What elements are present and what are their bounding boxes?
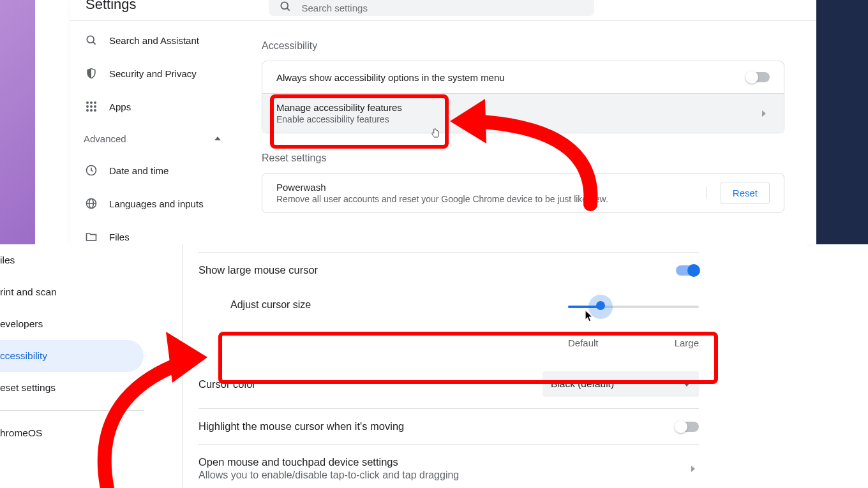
divider bbox=[0, 410, 144, 411]
svg-line-1 bbox=[287, 8, 289, 11]
sidebar-item-developers[interactable]: evelopers bbox=[0, 308, 144, 340]
accessibility-section-title: Accessibility bbox=[262, 40, 784, 52]
always-show-accessibility-row[interactable]: Always show accessibility options in the… bbox=[262, 61, 784, 93]
sidebar-item-label: Security and Privacy bbox=[109, 68, 197, 79]
search-icon bbox=[85, 34, 98, 47]
chevron-down-icon bbox=[683, 382, 691, 387]
sidebar-item-security-privacy[interactable]: Security and Privacy bbox=[79, 59, 232, 87]
svg-point-11 bbox=[90, 109, 93, 112]
slider-min-label: Default bbox=[568, 337, 599, 348]
clock-icon bbox=[85, 164, 98, 177]
sidebar-item-label: eset settings bbox=[0, 382, 56, 394]
cursor-color-select[interactable]: Black (default) bbox=[542, 371, 699, 397]
row-title: Manage accessibility features bbox=[276, 102, 402, 113]
page-title: Settings bbox=[86, 0, 137, 13]
sidebar-item-label: Date and time bbox=[109, 165, 168, 176]
manage-accessibility-row[interactable]: Manage accessibility features Enable acc… bbox=[262, 93, 784, 133]
sidebar-item-label: rint and scan bbox=[0, 286, 57, 298]
highlight-cursor-toggle[interactable] bbox=[676, 422, 699, 432]
cursor-color-value: Black (default) bbox=[551, 378, 614, 390]
settings-content: Accessibility Always show accessibility … bbox=[241, 21, 816, 256]
sidebar-item-date-time[interactable]: Date and time bbox=[79, 156, 232, 184]
search-input[interactable] bbox=[302, 3, 584, 13]
sidebar-item-apps[interactable]: Apps bbox=[79, 92, 232, 121]
svg-line-3 bbox=[93, 42, 96, 45]
shield-icon bbox=[85, 67, 98, 80]
show-large-cursor-row[interactable]: Show large mouse cursor bbox=[198, 252, 699, 288]
sidebar-item-label: Search and Assistant bbox=[109, 35, 199, 46]
svg-point-10 bbox=[86, 109, 89, 112]
arrow-cursor-icon bbox=[585, 310, 594, 323]
settings-sidebar: Search and Assistant Security and Privac… bbox=[70, 21, 241, 256]
row-label: Show large mouse cursor bbox=[198, 264, 318, 276]
globe-icon bbox=[85, 197, 98, 210]
chevron-right-icon bbox=[691, 466, 695, 472]
sidebar-item-languages-inputs[interactable]: Languages and inputs bbox=[79, 189, 232, 218]
sidebar-item-chromeos[interactable]: hromeOS bbox=[0, 417, 144, 449]
row-title: Open mouse and touchpad device settings bbox=[198, 456, 459, 468]
svg-point-4 bbox=[86, 101, 89, 104]
settings-header: Settings bbox=[70, 0, 816, 21]
powerwash-subtitle: Remove all user accounts and reset your … bbox=[276, 194, 608, 204]
row-label: Always show accessibility options in the… bbox=[276, 72, 505, 83]
mouse-settings-content: Show large mouse cursor Adjust cursor si… bbox=[182, 244, 715, 488]
svg-point-0 bbox=[281, 2, 288, 9]
apps-grid-icon bbox=[85, 100, 98, 113]
sidebar-item-accessibility[interactable]: ccessibility bbox=[0, 340, 144, 372]
chevron-right-icon bbox=[762, 110, 766, 117]
advanced-header[interactable]: Advanced bbox=[79, 126, 232, 151]
sidebar-item-label: ccessibility bbox=[0, 350, 47, 362]
reset-button[interactable]: Reset bbox=[721, 182, 770, 204]
slider-max-label: Large bbox=[675, 337, 699, 348]
svg-point-8 bbox=[90, 105, 93, 108]
search-settings-box[interactable] bbox=[269, 0, 594, 16]
svg-point-2 bbox=[87, 36, 94, 43]
reset-section-title: Reset settings bbox=[262, 152, 784, 164]
sidebar-item-reset-settings[interactable]: eset settings bbox=[0, 372, 144, 404]
sidebar-item-label: Languages and inputs bbox=[109, 198, 204, 209]
row-label: Highlight the mouse cursor when it's mov… bbox=[198, 420, 404, 433]
cursor-color-label: Cursor color bbox=[198, 378, 256, 390]
svg-point-6 bbox=[94, 101, 96, 104]
svg-point-12 bbox=[94, 109, 96, 112]
sidebar-item-search-assistant[interactable]: Search and Assistant bbox=[79, 26, 232, 54]
sidebar-item-files[interactable]: iles bbox=[0, 244, 144, 276]
svg-point-5 bbox=[90, 101, 93, 104]
mouse-touchpad-settings-row[interactable]: Open mouse and touchpad device settings … bbox=[198, 444, 699, 488]
sidebar-item-label: Files bbox=[109, 232, 130, 242]
accessibility-sidebar: iles rint and scan evelopers ccessibilit… bbox=[0, 244, 144, 449]
cursor-color-row: Cursor color Black (default) bbox=[198, 360, 699, 408]
accessibility-detail-panel: iles rint and scan evelopers ccessibilit… bbox=[0, 244, 807, 488]
chevron-up-icon bbox=[214, 137, 221, 140]
folder-icon bbox=[85, 230, 98, 243]
sidebar-item-label: hromeOS bbox=[0, 427, 42, 439]
settings-main-panel: Settings Search and Assistant Security a… bbox=[70, 0, 816, 244]
pointer-cursor-icon bbox=[430, 126, 441, 140]
row-subtitle: Allows you to enable/disable tap-to-clic… bbox=[198, 470, 459, 481]
advanced-label: Advanced bbox=[84, 133, 126, 144]
svg-point-9 bbox=[94, 105, 96, 108]
sidebar-item-label: evelopers bbox=[0, 318, 43, 330]
powerwash-row: Powerwash Remove all user accounts and r… bbox=[262, 174, 784, 212]
always-show-accessibility-toggle[interactable] bbox=[747, 72, 770, 82]
reset-card: Powerwash Remove all user accounts and r… bbox=[262, 173, 784, 213]
sidebar-item-label: iles bbox=[0, 255, 15, 266]
row-subtitle: Enable accessibility features bbox=[276, 114, 402, 124]
sidebar-item-label: Apps bbox=[109, 101, 131, 112]
highlight-cursor-row[interactable]: Highlight the mouse cursor when it's mov… bbox=[198, 408, 699, 444]
large-cursor-toggle[interactable] bbox=[676, 265, 699, 276]
sidebar-item-print-scan[interactable]: rint and scan bbox=[0, 276, 144, 308]
svg-point-7 bbox=[86, 105, 89, 108]
powerwash-title: Powerwash bbox=[276, 182, 608, 193]
accessibility-card: Always show accessibility options in the… bbox=[262, 61, 784, 133]
search-icon bbox=[279, 0, 292, 15]
adjust-cursor-size-label: Adjust cursor size bbox=[230, 299, 311, 311]
